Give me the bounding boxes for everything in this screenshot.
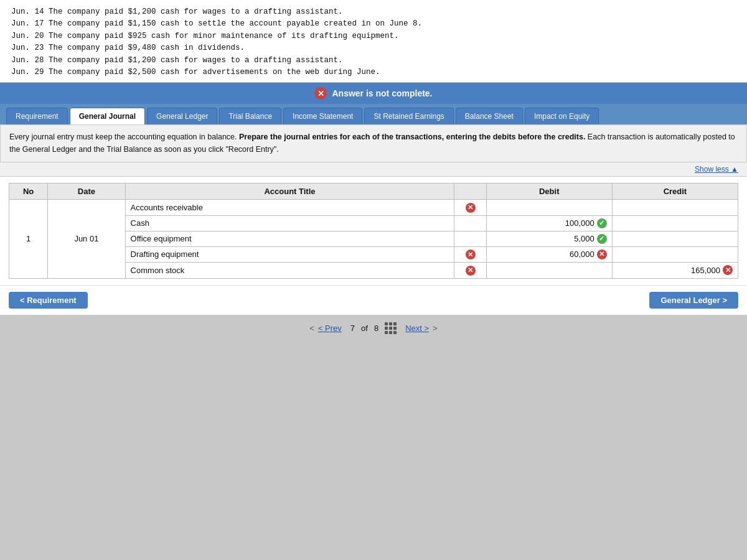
debit-value[interactable]: 100,000✓ bbox=[486, 215, 612, 231]
credit-value[interactable] bbox=[612, 200, 738, 216]
page-indicator: 7 of 8 bbox=[350, 322, 397, 334]
answer-bar: ✕ Answer is not complete. bbox=[0, 83, 747, 104]
instruction-text-bold: Prepare the journal entries for each of … bbox=[239, 133, 585, 141]
account-title-cell[interactable]: Accounts receivable bbox=[125, 200, 454, 216]
show-less-button[interactable]: Show less ▲ bbox=[0, 162, 747, 177]
row-status-icon bbox=[454, 231, 486, 246]
row-status-icon bbox=[454, 215, 486, 231]
credit-value[interactable] bbox=[612, 215, 738, 231]
prev-label[interactable]: < Prev bbox=[318, 324, 342, 333]
tab-balance-sheet[interactable]: Balance Sheet bbox=[456, 108, 523, 124]
col-header-icon bbox=[454, 184, 486, 200]
debit-check-icon: ✓ bbox=[597, 234, 607, 244]
account-title-cell[interactable]: Common stock bbox=[125, 263, 454, 279]
account-title-cell[interactable]: Drafting equipment bbox=[125, 246, 454, 263]
x-icon: ✕ bbox=[466, 203, 476, 213]
journal-table: No Date Account Title Debit Credit 1Jun … bbox=[9, 183, 738, 279]
debit-check-icon: ✓ bbox=[597, 218, 607, 228]
top-line-3: Jun. 20 The company paid $925 cash for m… bbox=[11, 30, 736, 42]
tab-income-statement[interactable]: Income Statement bbox=[283, 108, 362, 124]
debit-value[interactable]: 60,000✕ bbox=[486, 246, 612, 263]
tab-st-retained-earnings[interactable]: St Retained Earnings bbox=[364, 108, 453, 124]
top-line-5: Jun. 28 The company paid $1,200 cash for… bbox=[11, 55, 736, 67]
table-row: 1Jun 01Accounts receivable✕ bbox=[9, 200, 738, 216]
row-status-icon: ✕ bbox=[454, 263, 486, 279]
current-page: 7 bbox=[350, 324, 355, 333]
prev-nav[interactable]: < < Prev bbox=[309, 324, 342, 333]
credit-x-icon[interactable]: ✕ bbox=[723, 265, 733, 275]
tab-row: Requirement General Journal General Ledg… bbox=[0, 104, 747, 124]
answer-bar-text: Answer is not complete. bbox=[332, 88, 432, 98]
total-pages: 8 bbox=[374, 324, 378, 333]
col-header-account: Account Title bbox=[125, 184, 454, 200]
next-nav[interactable]: Next > > bbox=[405, 324, 438, 333]
bottom-nav: < Requirement General Ledger > bbox=[0, 285, 747, 315]
requirement-button[interactable]: < Requirement bbox=[9, 292, 88, 309]
instruction-box: Every journal entry must keep the accoun… bbox=[0, 124, 747, 162]
credit-value[interactable] bbox=[612, 231, 738, 246]
debit-amount: 100,000 bbox=[565, 218, 594, 228]
general-ledger-button[interactable]: General Ledger > bbox=[649, 292, 738, 309]
debit-x-icon: ✕ bbox=[597, 250, 607, 259]
x-icon: ✕ bbox=[466, 266, 476, 276]
col-header-debit: Debit bbox=[486, 184, 612, 200]
row-status-icon: ✕ bbox=[454, 246, 486, 263]
next-arrow[interactable]: > bbox=[433, 324, 438, 333]
credit-amount: 165,000 bbox=[691, 266, 720, 275]
journal-table-wrapper: No Date Account Title Debit Credit 1Jun … bbox=[0, 177, 747, 285]
entry-date: Jun 01 bbox=[48, 200, 125, 279]
row-status-icon: ✕ bbox=[454, 200, 486, 216]
pagination-bar: < < Prev 7 of 8 Next > > bbox=[0, 315, 747, 342]
debit-amount: 60,000 bbox=[570, 250, 594, 259]
debit-amount: 5,000 bbox=[574, 234, 594, 243]
prev-arrow[interactable]: < bbox=[309, 324, 314, 333]
debit-value[interactable] bbox=[486, 200, 612, 216]
top-line-1: Jun. 14 The company paid $1,200 cash for… bbox=[11, 6, 736, 18]
x-icon: ✕ bbox=[466, 250, 476, 259]
account-title-cell[interactable]: Cash bbox=[125, 215, 454, 231]
instruction-text-plain: Every journal entry must keep the accoun… bbox=[9, 133, 239, 141]
of-label: of bbox=[361, 324, 368, 333]
show-less-label: Show less ▲ bbox=[695, 165, 738, 174]
credit-value[interactable] bbox=[612, 246, 738, 263]
entry-no: 1 bbox=[9, 200, 48, 279]
col-header-credit: Credit bbox=[612, 184, 738, 200]
debit-value[interactable] bbox=[486, 263, 612, 279]
account-title-cell[interactable]: Office equipment bbox=[125, 231, 454, 246]
top-line-6: Jun. 29 The company paid $2,500 cash for… bbox=[11, 67, 736, 78]
top-text-area: Jun. 14 The company paid $1,200 cash for… bbox=[0, 0, 747, 83]
tab-general-journal[interactable]: General Journal bbox=[70, 108, 145, 124]
tab-trial-balance[interactable]: Trial Balance bbox=[219, 108, 281, 124]
top-line-2: Jun. 17 The company paid $1,150 cash to … bbox=[11, 18, 736, 30]
next-label[interactable]: Next > bbox=[405, 324, 429, 333]
tab-general-ledger[interactable]: General Ledger bbox=[147, 108, 217, 124]
top-line-4: Jun. 23 The company paid $9,480 cash in … bbox=[11, 42, 736, 54]
credit-value[interactable]: 165,000✕ bbox=[612, 263, 738, 279]
tab-requirement[interactable]: Requirement bbox=[6, 108, 68, 124]
col-header-date: Date bbox=[48, 184, 125, 200]
grid-icon[interactable] bbox=[385, 322, 397, 334]
debit-value[interactable]: 5,000✓ bbox=[486, 231, 612, 246]
col-header-no: No bbox=[9, 184, 48, 200]
answer-incomplete-icon: ✕ bbox=[314, 87, 327, 100]
tab-impact-on-equity[interactable]: Impact on Equity bbox=[525, 108, 599, 124]
